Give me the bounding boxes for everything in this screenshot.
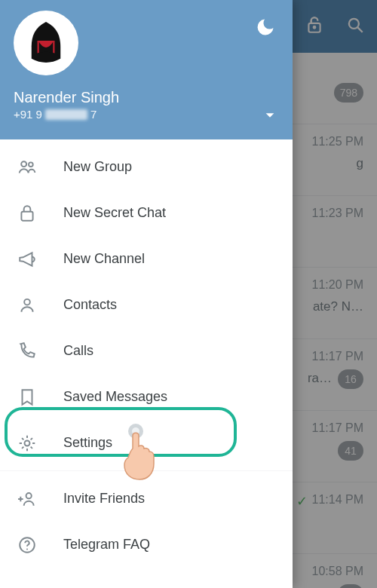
profile-name: Narender Singh	[14, 89, 279, 106]
svg-point-7	[29, 162, 33, 167]
profile-phone: +91 9 7	[14, 108, 279, 121]
menu-label: Calls	[63, 343, 93, 359]
menu-settings[interactable]: Settings	[0, 420, 293, 466]
svg-point-11	[26, 493, 32, 498]
menu-label: Contacts	[63, 297, 117, 313]
menu-invite-friends[interactable]: Invite Friends	[0, 476, 293, 522]
menu-telegram-faq[interactable]: Telegram FAQ	[0, 522, 293, 568]
chevron-down-icon[interactable]	[264, 109, 276, 124]
phone-prefix: +91 9	[14, 108, 42, 121]
gear-icon	[17, 433, 38, 453]
menu-new-channel[interactable]: New Channel	[0, 236, 293, 282]
svg-rect-8	[21, 211, 32, 220]
menu-label: New Group	[63, 159, 132, 175]
avatar[interactable]	[14, 11, 78, 75]
person-icon	[17, 296, 38, 315]
menu-contacts[interactable]: Contacts	[0, 282, 293, 328]
svg-point-9	[24, 299, 30, 305]
navigation-drawer: Narender Singh +91 9 7 New Group	[0, 0, 293, 588]
menu-new-secret-chat[interactable]: New Secret Chat	[0, 190, 293, 236]
menu-label: Telegram FAQ	[63, 537, 150, 553]
svg-point-10	[25, 440, 30, 446]
group-icon	[17, 158, 38, 177]
bookmark-icon	[17, 387, 38, 407]
menu-saved-messages[interactable]: Saved Messages	[0, 374, 293, 420]
svg-point-5	[34, 52, 59, 61]
menu-label: New Channel	[63, 251, 145, 267]
menu-divider	[0, 470, 293, 471]
add-person-icon	[17, 489, 38, 509]
phone-icon	[17, 341, 38, 361]
drawer-header: Narender Singh +91 9 7	[0, 0, 293, 139]
help-icon	[17, 535, 38, 555]
svg-point-6	[21, 161, 26, 167]
menu-calls[interactable]: Calls	[0, 328, 293, 374]
menu-label: New Secret Chat	[63, 205, 166, 221]
menu-label: Saved Messages	[63, 389, 167, 405]
menu-new-group[interactable]: New Group	[0, 144, 293, 190]
phone-redacted	[45, 109, 87, 120]
drawer-menu: New Group New Secret Chat New Channel Co…	[0, 139, 293, 588]
menu-label: Invite Friends	[63, 491, 145, 507]
menu-label: Settings	[63, 435, 112, 451]
phone-suffix: 7	[90, 108, 97, 121]
megaphone-icon	[17, 250, 38, 269]
night-mode-icon[interactable]	[255, 17, 276, 41]
lock-icon	[17, 204, 38, 223]
svg-point-13	[26, 548, 28, 550]
